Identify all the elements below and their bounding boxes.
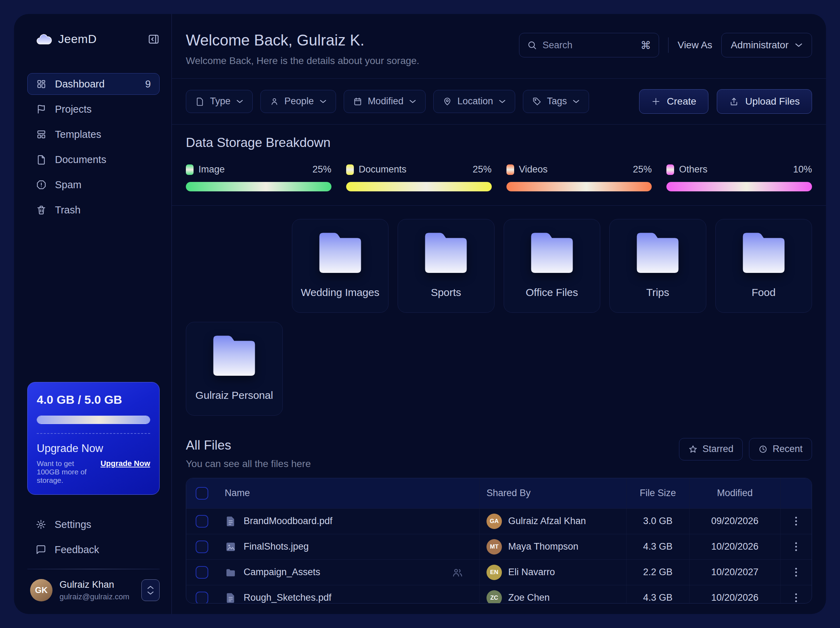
chevron-down-icon: [409, 99, 416, 104]
app-window: JeemD Dashboard 9 Projects Templates Doc…: [14, 14, 826, 614]
storage-upgrade-card: 4.0 GB / 5.0 GB Upgrade Now Want to get …: [27, 382, 159, 495]
upload-files-button[interactable]: Upload Files: [717, 89, 812, 114]
row-checkbox[interactable]: [196, 592, 208, 603]
row-menu-icon[interactable]: [788, 517, 805, 525]
pin-icon: [443, 97, 452, 106]
message-icon: [36, 544, 46, 555]
user-menu-toggle[interactable]: [141, 579, 159, 601]
folder-card-gulraiz-personal[interactable]: Gulraiz Personal: [186, 322, 283, 416]
sidebar-item-templates[interactable]: Templates: [27, 123, 159, 145]
files-table: Name Shared By File Size Modified BrandM…: [186, 478, 812, 603]
file-icon: [36, 154, 47, 165]
sidebar-item-trash[interactable]: Trash: [27, 199, 159, 221]
legend-chip: [186, 164, 194, 175]
create-button[interactable]: Create: [639, 89, 708, 114]
page-subtitle: Welcome Back, Here is the details about …: [186, 55, 419, 66]
row-checkbox[interactable]: [196, 515, 208, 528]
dashboard-count-badge: 9: [145, 78, 151, 90]
folder-name: Food: [752, 287, 775, 298]
modified-date: 10/20/2027: [689, 560, 780, 585]
sidebar-collapse-icon[interactable]: [148, 33, 159, 45]
brand: JeemD: [27, 32, 159, 46]
table-row[interactable]: BrandMoodboard.pdf GA Gulraiz Afzal Khan…: [186, 508, 812, 534]
starred-button[interactable]: Starred: [679, 438, 743, 461]
upgrade-title: Upgrade Now: [37, 442, 150, 455]
chevron-down-icon: [499, 99, 506, 104]
sidebar-nav: Dashboard 9 Projects Templates Documents…: [27, 73, 159, 221]
folder-icon: [420, 231, 472, 274]
shared-by-name: Eli Navarro: [508, 567, 555, 578]
role-dropdown[interactable]: Administrator: [722, 33, 812, 57]
sidebar-item-feedback[interactable]: Feedback: [27, 540, 159, 560]
column-header-name: Name: [218, 478, 479, 508]
row-menu-icon[interactable]: [788, 542, 805, 551]
filter-modified[interactable]: Modified: [344, 90, 426, 113]
filter-tags[interactable]: Tags: [523, 90, 589, 113]
row-menu-icon[interactable]: [788, 568, 805, 577]
sidebar-item-projects[interactable]: Projects: [27, 98, 159, 120]
user-email: gulraiz@gulraiz.com: [60, 592, 129, 601]
avatar: GK: [30, 579, 52, 601]
segment-percent: 25%: [633, 164, 652, 175]
filter-type[interactable]: Type: [186, 90, 253, 113]
segment-label: Documents: [359, 164, 407, 175]
filter-location[interactable]: Location: [433, 90, 515, 113]
legend-chip: [666, 164, 674, 175]
folder-card-food[interactable]: Food: [715, 219, 812, 313]
segment-label: Videos: [519, 164, 548, 175]
user-name: Gulraiz Khan: [60, 579, 129, 590]
dashed-divider: [37, 433, 150, 434]
alert-octagon-icon: [36, 180, 47, 190]
avatar: GA: [486, 514, 502, 529]
trash-icon: [36, 205, 47, 215]
table-row[interactable]: Rough_Sketches.pdf ZC Zoe Chen 4.3 GB 10…: [186, 585, 812, 603]
folder-name: Sports: [431, 287, 461, 298]
folder-card-trips[interactable]: Trips: [609, 219, 706, 313]
all-files-header: All Files You can see all the files here…: [172, 429, 826, 478]
recent-button[interactable]: Recent: [749, 438, 812, 461]
dashboard-icon: [36, 79, 47, 89]
recent-label: Recent: [772, 443, 802, 454]
filter-label: Tags: [547, 96, 567, 107]
sidebar-item-settings[interactable]: Settings: [27, 514, 159, 535]
starred-label: Starred: [703, 443, 734, 454]
row-menu-icon[interactable]: [788, 593, 805, 602]
filter-bar: Type People Modified Location Tags: [172, 79, 826, 124]
user-profile[interactable]: GK Gulraiz Khan gulraiz@gulraiz.com: [27, 579, 159, 601]
search-input[interactable]: [543, 40, 635, 51]
avatar: MT: [486, 539, 502, 554]
segment-percent: 25%: [313, 164, 332, 175]
folder-name: Trips: [646, 287, 669, 298]
divider: [27, 569, 159, 569]
sidebar-item-dashboard[interactable]: Dashboard 9: [27, 73, 159, 95]
folder-card-office-files[interactable]: Office Files: [504, 219, 601, 313]
folder-icon: [225, 566, 237, 578]
page-header: Welcome Back, Gulraiz K. Welcome Back, H…: [172, 14, 826, 78]
legend-chip: [507, 164, 514, 175]
upload-button-label: Upload Files: [745, 96, 800, 107]
row-checkbox[interactable]: [196, 541, 208, 553]
legend-chip: [346, 164, 354, 175]
role-value: Administrator: [731, 39, 789, 51]
table-row[interactable]: FinalShots.jpeg MT Maya Thompson 4.3 GB …: [186, 534, 812, 559]
filter-people[interactable]: People: [261, 90, 336, 113]
folder-card-wedding-images[interactable]: Wedding Images: [292, 219, 389, 313]
calendar-icon: [353, 97, 362, 106]
file-name: Rough_Sketches.pdf: [243, 592, 332, 603]
chevron-down-icon: [147, 591, 154, 595]
upload-icon: [729, 96, 739, 106]
sidebar-item-label: Trash: [55, 204, 81, 216]
plus-icon: [651, 97, 660, 106]
image-file-icon: [225, 541, 237, 553]
folder-card-sports[interactable]: Sports: [398, 219, 494, 313]
sidebar-item-documents[interactable]: Documents: [27, 149, 159, 170]
sidebar-item-spam[interactable]: Spam: [27, 174, 159, 196]
table-row[interactable]: Campaign_Assets EN Eli Navarro 2.2 GB 10…: [186, 559, 812, 585]
row-checkbox[interactable]: [196, 566, 208, 579]
segment-bar: [186, 182, 332, 191]
command-key-icon: ⌘: [641, 39, 651, 51]
layout-icon: [36, 129, 47, 140]
select-all-checkbox[interactable]: [196, 487, 208, 500]
upgrade-now-link[interactable]: Upgrade Now: [101, 459, 150, 468]
folder-icon: [314, 231, 366, 274]
